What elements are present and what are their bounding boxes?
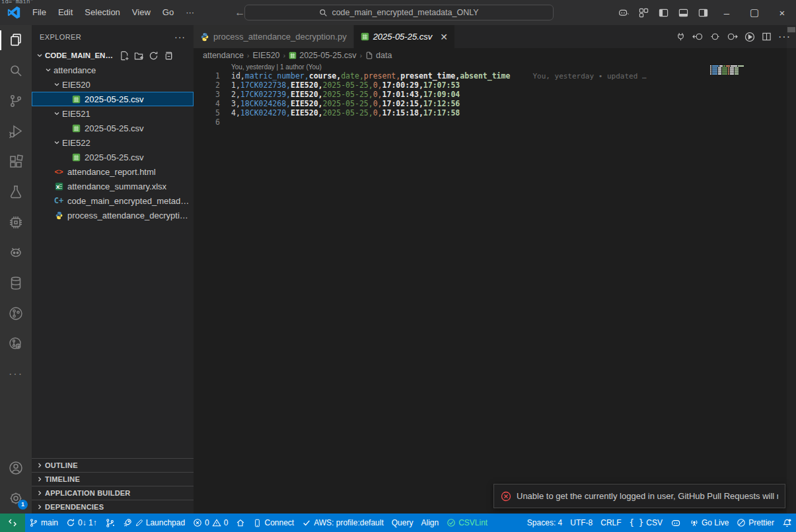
connect-status[interactable]: Connect bbox=[249, 514, 298, 532]
tree-item-attendance[interactable]: attendance bbox=[32, 63, 194, 77]
window-close-button[interactable]: × bbox=[768, 0, 796, 25]
launchpad-status[interactable]: Launchpad bbox=[119, 514, 189, 532]
gitlens-status[interactable] bbox=[101, 514, 119, 532]
indentation-status[interactable]: Spaces: 4 bbox=[523, 514, 566, 532]
tree-item-code-main-encrypted-metadata-[interactable]: C+code_main_encrypted_metadata_... bbox=[32, 193, 194, 208]
breadcrumb-eie520[interactable]: EIE520 bbox=[253, 51, 280, 60]
tree-item-attendance-summary-xlsx[interactable]: Xattendance_summary.xlsx bbox=[32, 179, 194, 193]
new-file-icon[interactable] bbox=[120, 51, 129, 61]
notifications-bell[interactable] bbox=[778, 514, 796, 532]
prev-change-icon[interactable] bbox=[692, 32, 704, 42]
panel-outline[interactable]: OUTLINE bbox=[32, 458, 194, 472]
explorer-icon[interactable] bbox=[0, 25, 32, 55]
menu-go[interactable]: Go bbox=[157, 4, 180, 21]
gitlens-inspect-icon[interactable] bbox=[0, 329, 32, 359]
toggle-primary-sidebar-icon[interactable] bbox=[653, 4, 673, 21]
prettier-status[interactable]: Prettier bbox=[733, 514, 778, 532]
robot-face-icon[interactable] bbox=[0, 238, 32, 268]
toggle-secondary-sidebar-icon[interactable] bbox=[693, 4, 713, 21]
code-line-2[interactable]: 21,17CK022738,EIE520,2025-05-25,0,17:00:… bbox=[194, 81, 796, 90]
code-line-5[interactable]: 54,18CK024270,EIE520,2025-05-25,0,17:15:… bbox=[194, 108, 796, 117]
code-line-3[interactable]: 32,17CK022739,EIE520,2025-05-25,0,17:01:… bbox=[194, 90, 796, 99]
notification-toast[interactable]: Unable to get the currently logged in us… bbox=[493, 484, 785, 508]
home-icon bbox=[236, 518, 245, 527]
account-icon[interactable] bbox=[0, 453, 32, 483]
plug-icon[interactable] bbox=[676, 32, 686, 42]
render-artifact-text: id="main" bbox=[1, 0, 34, 3]
tree-item-eie521[interactable]: EIE521 bbox=[32, 106, 194, 121]
align-status[interactable]: Align bbox=[417, 514, 443, 532]
code-editor[interactable]: You, yesterday | 1 author (You) 1id,matr… bbox=[194, 63, 796, 127]
command-center-search[interactable]: code_main_encrypted_metadata_ONLY bbox=[244, 5, 554, 20]
tab-close-icon[interactable]: ✕ bbox=[440, 32, 448, 42]
tree-item-eie520[interactable]: EIE520 bbox=[32, 77, 194, 92]
code-line-1[interactable]: 1id,matric_number,course,date,present,pr… bbox=[194, 71, 796, 81]
tab-2025-05-25-csv[interactable]: 2025-05-25.csv ✕ bbox=[354, 25, 454, 48]
testing-flask-icon[interactable] bbox=[0, 177, 32, 207]
csv-icon bbox=[72, 95, 81, 104]
panel-application-builder[interactable]: APPLICATION BUILDER bbox=[32, 486, 194, 500]
breadcrumb-file[interactable]: 2025-05-25.csv bbox=[289, 51, 356, 60]
chip-icon[interactable] bbox=[0, 207, 32, 238]
source-control-icon[interactable] bbox=[0, 86, 32, 116]
editor-scrollbar[interactable] bbox=[787, 25, 796, 514]
git-sync-status[interactable]: 0↓ 1↑ bbox=[62, 514, 101, 532]
error-icon bbox=[501, 491, 511, 502]
encoding-status[interactable]: UTF-8 bbox=[566, 514, 597, 532]
workspace-section-header[interactable]: CODE_MAIN_ENCRY... bbox=[32, 48, 194, 63]
nav-back-icon[interactable]: ← bbox=[235, 7, 245, 18]
search-view-icon[interactable] bbox=[0, 55, 32, 86]
copilot-icon[interactable] bbox=[614, 4, 633, 21]
collapse-all-icon[interactable] bbox=[163, 51, 173, 61]
menu-view[interactable]: View bbox=[126, 4, 157, 21]
scrollbar-thumb[interactable] bbox=[787, 27, 795, 32]
tree-item-eie522[interactable]: EIE522 bbox=[32, 135, 194, 150]
query-status[interactable]: Query bbox=[388, 514, 417, 532]
change-dot-icon[interactable] bbox=[710, 32, 720, 42]
copilot-status[interactable] bbox=[667, 514, 686, 532]
panel-timeline[interactable]: TIMELINE bbox=[32, 472, 194, 486]
tree-item-2025-05-25-csv[interactable]: 2025-05-25.csv bbox=[32, 121, 194, 135]
panel-dependencies[interactable]: DEPENDENCIES bbox=[32, 500, 194, 514]
code-line-6[interactable]: 6 bbox=[194, 117, 796, 127]
home-status[interactable] bbox=[232, 514, 249, 532]
tree-item-2025-05-25-csv[interactable]: 2025-05-25.csv bbox=[32, 150, 194, 164]
new-folder-icon[interactable] bbox=[134, 51, 144, 61]
more-views-icon[interactable]: ··· bbox=[0, 359, 32, 389]
menu-edit[interactable]: Edit bbox=[52, 4, 79, 21]
menu-selection[interactable]: Selection bbox=[79, 4, 126, 21]
settings-gear-icon[interactable]: 1 bbox=[0, 483, 32, 514]
run-debug-icon[interactable] bbox=[0, 116, 32, 147]
go-live-status[interactable]: Go Live bbox=[686, 514, 733, 532]
tree-item-2025-05-25-csv[interactable]: 2025-05-25.csv bbox=[32, 92, 194, 106]
code-line-4[interactable]: 43,18CK024268,EIE520,2025-05-25,0,17:02:… bbox=[194, 99, 796, 108]
aws-profile-status[interactable]: AWS: profile:default bbox=[298, 514, 388, 532]
window-minimize-button[interactable]: – bbox=[713, 0, 741, 25]
language-mode-status[interactable]: { } CSV bbox=[626, 514, 667, 532]
menu-file[interactable]: File bbox=[26, 4, 52, 21]
run-file-icon[interactable] bbox=[744, 32, 755, 42]
explorer-more-icon[interactable]: ··· bbox=[174, 32, 186, 42]
customize-layout-icon[interactable] bbox=[633, 4, 653, 21]
breadcrumb-data-symbol[interactable]: data bbox=[365, 51, 392, 60]
split-editor-icon[interactable] bbox=[762, 32, 772, 42]
gitlens-icon[interactable] bbox=[0, 298, 32, 329]
breadcrumb-attendance[interactable]: attendance bbox=[203, 51, 244, 60]
window-maximize-button[interactable]: ▢ bbox=[741, 0, 768, 25]
menu-more[interactable]: ··· bbox=[180, 4, 200, 21]
remote-indicator[interactable] bbox=[0, 514, 25, 532]
git-branch-status[interactable]: main bbox=[25, 514, 62, 532]
tree-item-process-attendance-decryption-py[interactable]: process_attendance_decryption.py bbox=[32, 208, 194, 222]
next-change-icon[interactable] bbox=[727, 32, 738, 42]
toggle-panel-icon[interactable] bbox=[673, 4, 693, 21]
tab-process-attendance-decryption[interactable]: process_attendance_decryption.py bbox=[194, 25, 354, 48]
problems-status[interactable]: 0 0 bbox=[189, 514, 232, 532]
extensions-icon[interactable] bbox=[0, 147, 32, 177]
minimap[interactable] bbox=[710, 65, 756, 75]
csvlint-status[interactable]: CSVLint bbox=[443, 514, 491, 532]
refresh-icon[interactable] bbox=[149, 51, 159, 61]
tree-item-attendance-report-html[interactable]: <>attendance_report.html bbox=[32, 164, 194, 179]
eol-status[interactable]: CRLF bbox=[597, 514, 625, 532]
database-icon[interactable] bbox=[0, 268, 32, 298]
workspace-name: CODE_MAIN_ENCRY... bbox=[45, 51, 114, 59]
